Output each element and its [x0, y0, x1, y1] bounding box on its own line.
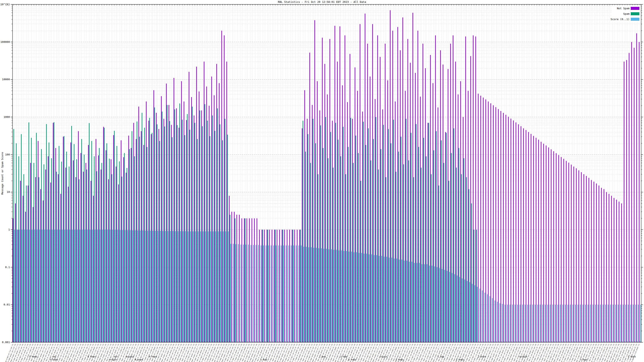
legend-swatch-spam	[631, 12, 639, 15]
bar	[412, 262, 412, 342]
bar	[388, 129, 389, 343]
bar	[438, 107, 438, 342]
bar	[596, 183, 597, 342]
bar	[373, 139, 374, 342]
bar	[356, 136, 356, 342]
bar	[588, 305, 588, 342]
x-sublabel: 5 hops	[88, 355, 96, 358]
bar	[166, 83, 167, 342]
bar	[608, 194, 609, 342]
legend-swatch-score-0-1-	[631, 18, 639, 21]
bar	[51, 158, 52, 342]
bar	[148, 231, 148, 342]
bar	[67, 230, 68, 342]
bar	[555, 305, 556, 342]
bar	[370, 77, 370, 342]
bar	[178, 231, 178, 342]
bar	[59, 230, 60, 342]
bar	[381, 256, 382, 342]
bar	[625, 305, 626, 342]
x-sublabel: 1 hop	[319, 355, 326, 358]
bar	[46, 124, 47, 342]
bar	[136, 139, 136, 342]
bar	[428, 123, 428, 342]
bar	[192, 107, 192, 342]
bar	[563, 159, 564, 342]
bar	[408, 160, 409, 342]
bar	[69, 167, 70, 342]
bar	[76, 177, 76, 342]
x-sublabel: 1 hop	[437, 355, 444, 358]
bar	[500, 303, 500, 342]
bar	[126, 173, 126, 342]
bar	[527, 305, 528, 342]
bar	[203, 232, 204, 342]
bar	[600, 305, 601, 342]
bar	[317, 81, 318, 342]
bar	[610, 305, 611, 342]
bar	[364, 254, 364, 342]
bar	[217, 108, 218, 342]
bar	[146, 102, 146, 342]
bar	[467, 281, 468, 342]
bar	[310, 163, 311, 342]
bar	[33, 207, 34, 342]
bar	[24, 230, 25, 342]
bar	[229, 196, 230, 342]
bar	[347, 102, 348, 342]
bar	[201, 110, 202, 342]
bar	[462, 279, 462, 342]
bar	[536, 138, 536, 342]
bar	[402, 17, 403, 342]
bar	[200, 110, 200, 342]
bar	[320, 125, 321, 342]
bar	[475, 36, 476, 342]
bar	[62, 230, 62, 342]
bar	[98, 155, 99, 342]
bar	[348, 252, 349, 342]
bar	[239, 215, 240, 342]
bar	[22, 230, 22, 342]
bar	[403, 164, 404, 342]
bar	[116, 167, 116, 342]
bar	[342, 85, 343, 342]
bar	[162, 112, 162, 342]
bar	[594, 182, 594, 342]
bar	[209, 106, 209, 342]
x-sublabel: 1 hop	[260, 359, 267, 361]
bar	[480, 289, 480, 342]
bar	[318, 248, 319, 342]
y-tick-label: 100	[5, 153, 10, 156]
bar	[180, 231, 181, 342]
bar	[323, 148, 324, 342]
bar	[248, 245, 249, 342]
bar	[268, 230, 268, 342]
bar	[316, 248, 316, 342]
bar	[171, 125, 172, 342]
bar	[366, 145, 366, 342]
bar	[308, 247, 309, 342]
bar	[302, 128, 302, 342]
bar	[464, 280, 465, 342]
bar	[200, 232, 201, 342]
bar	[150, 231, 150, 342]
bar	[190, 232, 191, 342]
bar	[636, 33, 637, 342]
bar	[204, 61, 204, 342]
bar	[54, 122, 54, 342]
bar	[582, 305, 583, 342]
bar	[86, 170, 87, 342]
y-tick-label: 1	[8, 228, 10, 231]
bar	[553, 151, 554, 342]
bar	[520, 305, 520, 342]
bar	[344, 35, 345, 342]
bar	[426, 156, 426, 342]
bar	[350, 118, 351, 342]
bar	[194, 123, 195, 342]
bar	[525, 305, 525, 342]
bar	[16, 143, 16, 342]
bar	[630, 305, 631, 342]
bar	[584, 174, 584, 342]
bar	[66, 168, 66, 342]
bar	[269, 230, 270, 342]
